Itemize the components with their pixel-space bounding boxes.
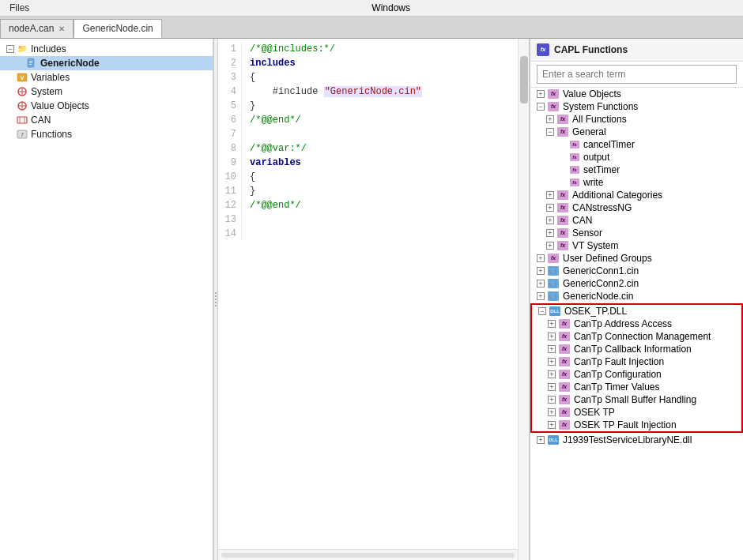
expand-capl-can[interactable]: + <box>546 216 554 224</box>
fx-icon-general: fx <box>557 127 568 137</box>
expand-capl-genericNodeCin[interactable]: + <box>537 292 545 300</box>
capl-item-osekTpDll[interactable]: − DLL OSEK_TP.DLL <box>532 305 741 318</box>
line-num-3: 3 <box>223 70 236 85</box>
line-num-14: 14 <box>223 227 236 241</box>
capl-item-allFunctions[interactable]: + fx All Functions <box>530 113 743 126</box>
expand-capl-canstressNG[interactable]: + <box>546 204 554 212</box>
capl-item-valueObjects[interactable]: + fx Value Objects <box>530 88 743 100</box>
code-line-10: { <box>250 170 521 184</box>
capl-item-write[interactable]: fx write <box>530 176 743 189</box>
svg-rect-18 <box>550 280 556 287</box>
expand-capl-valueObjects[interactable]: + <box>537 90 545 98</box>
capl-item-canTpCallback[interactable]: + fx CanTp Callback Information <box>532 343 741 355</box>
search-input[interactable] <box>537 65 737 84</box>
fx-icon-output: fx <box>570 153 579 161</box>
capl-item-canTpAddress[interactable]: + fx CanTp Address Access <box>532 318 741 330</box>
capl-item-can[interactable]: + fx CAN <box>530 214 743 227</box>
tree-item-variables[interactable]: V Variables <box>0 70 213 85</box>
capl-label-genericConn2: GenericConn2.cin <box>563 278 639 289</box>
capl-item-canTpSmallBuffer[interactable]: + fx CanTp Small Buffer Handling <box>532 393 741 406</box>
scrollbar-thumb[interactable] <box>520 56 528 103</box>
capl-item-genericNodeCin[interactable]: + GenericNode.cin <box>530 290 743 303</box>
expand-capl-osekTpFault[interactable]: + <box>548 421 556 429</box>
menu-windows[interactable]: Windows <box>39 2 743 13</box>
expand-capl-osekTpDll[interactable]: − <box>538 307 546 315</box>
expand-capl-sensor[interactable]: + <box>546 229 554 237</box>
svg-rect-1 <box>29 61 32 62</box>
hscroll-track <box>221 553 515 558</box>
expand-capl-canTpFault[interactable]: + <box>548 358 556 366</box>
capl-item-additionalCategories[interactable]: + fx Additional Categories <box>530 189 743 201</box>
expand-capl-vtSystem[interactable]: + <box>546 242 554 250</box>
menu-files[interactable]: Files <box>0 1 39 15</box>
expand-capl-general[interactable]: − <box>546 128 554 136</box>
expand-capl-osekTp[interactable]: + <box>548 408 556 416</box>
capl-item-canTpConfig[interactable]: + fx CanTp Configuration <box>532 368 741 381</box>
capl-label-canTpAddress: CanTp Address Access <box>574 318 672 329</box>
capl-label-canTpCallback: CanTp Callback Information <box>574 344 692 355</box>
tree-label-valueObjects: Value Objects <box>31 100 89 111</box>
capl-item-vtSystem[interactable]: + fx VT System <box>530 239 743 252</box>
capl-item-genericConn1[interactable]: + GenericConn1.cin <box>530 265 743 277</box>
expand-capl-userDefinedGroups[interactable]: + <box>537 254 545 262</box>
expand-capl-genericConn2[interactable]: + <box>537 280 545 288</box>
capl-item-canTpTimer[interactable]: + fx CanTp Timer Values <box>532 381 741 393</box>
capl-label-osekTp: OSEK TP <box>574 407 615 418</box>
expand-capl-canTpAddress[interactable]: + <box>548 320 556 328</box>
editor-scrollbar[interactable] <box>518 39 529 560</box>
expand-capl-canTpConnection[interactable]: + <box>548 333 556 340</box>
capl-item-setTimer[interactable]: fx setTimer <box>530 163 743 176</box>
capl-item-systemFunctions[interactable]: − fx System Functions <box>530 100 743 113</box>
capl-item-canTpFault[interactable]: + fx CanTp Fault Injection <box>532 355 741 368</box>
expand-capl-canTpCallback[interactable]: + <box>548 345 556 353</box>
tab-nodeA[interactable]: nodeA.can ✕ <box>0 19 74 38</box>
tree-item-functions[interactable]: f Functions <box>0 127 213 141</box>
capl-header: fx CAPL Functions <box>530 39 743 62</box>
can-icon <box>16 114 28 126</box>
capl-panel: fx CAPL Functions + fx Value Objects <box>530 39 743 560</box>
tree-item-can[interactable]: CAN <box>0 113 213 127</box>
capl-item-osekTpFault[interactable]: + fx OSEK TP Fault Injection <box>532 419 741 431</box>
capl-label-j1939: J1939TestServiceLibraryNE.dll <box>563 434 692 445</box>
capl-label-canTpSmallBuffer: CanTp Small Buffer Handling <box>574 394 696 405</box>
editor-hscrollbar[interactable] <box>218 549 518 560</box>
code-line-8: /*@@var:*/ <box>250 141 521 156</box>
capl-label-general: General <box>572 126 606 137</box>
capl-label-valueObjects: Value Objects <box>563 88 621 100</box>
expand-capl-canTpConfig[interactable]: + <box>548 370 556 378</box>
tab-nodeA-close[interactable]: ✕ <box>58 24 65 33</box>
tree-item-genericNode[interactable]: GenericNode <box>0 56 213 70</box>
capl-item-j1939[interactable]: + DLL J1939TestServiceLibraryNE.dll <box>530 434 743 446</box>
code-line-13 <box>250 212 521 227</box>
tree-label-functions: Functions <box>31 129 72 140</box>
capl-item-canTpConnection[interactable]: + fx CanTp Connection Management <box>532 330 741 343</box>
line-num-7: 7 <box>223 127 236 141</box>
expand-capl-canTpSmallBuffer[interactable]: + <box>548 396 556 404</box>
expand-capl-systemFunctions[interactable]: − <box>537 103 545 111</box>
code-editor[interactable]: 1 2 3 4 5 6 7 8 9 10 11 12 13 14 <box>218 39 530 560</box>
expand-includes[interactable]: − <box>6 45 14 53</box>
capl-item-cancelTimer[interactable]: fx cancelTimer <box>530 138 743 151</box>
expand-capl-canTpTimer[interactable]: + <box>548 383 556 391</box>
capl-item-genericConn2[interactable]: + GenericConn2.cin <box>530 277 743 290</box>
capl-item-output[interactable]: fx output <box>530 151 743 163</box>
capl-item-userDefinedGroups[interactable]: + fx User Defined Groups <box>530 252 743 265</box>
expand-capl-genericConn1[interactable]: + <box>537 267 545 275</box>
code-content[interactable]: /*@@includes:*/ includes { #include "Gen… <box>242 42 529 241</box>
capl-item-sensor[interactable]: + fx Sensor <box>530 227 743 239</box>
tab-genericNode[interactable]: GenericNode.cin <box>74 19 161 38</box>
fx-icon-additionalCategories: fx <box>557 190 568 200</box>
code-line-2: includes <box>250 56 521 70</box>
tree-item-system[interactable]: System <box>0 85 213 99</box>
capl-item-canstressNG[interactable]: + fx CANstressNG <box>530 201 743 214</box>
capl-item-general[interactable]: − fx General <box>530 126 743 138</box>
tree-item-includes[interactable]: − 📁 Includes <box>0 42 213 56</box>
fx-icon-setTimer: fx <box>570 166 579 174</box>
tree-item-valueObjects[interactable]: Value Objects <box>0 99 213 113</box>
expand-capl-additionalCategories[interactable]: + <box>546 191 554 199</box>
fx-icon-can: fx <box>557 216 568 225</box>
left-panel: − 📁 Includes GenericNode V <box>0 39 213 560</box>
expand-capl-j1939[interactable]: + <box>537 436 545 444</box>
expand-capl-allFunctions[interactable]: + <box>546 115 554 123</box>
capl-item-osekTp[interactable]: + fx OSEK TP <box>532 406 741 419</box>
